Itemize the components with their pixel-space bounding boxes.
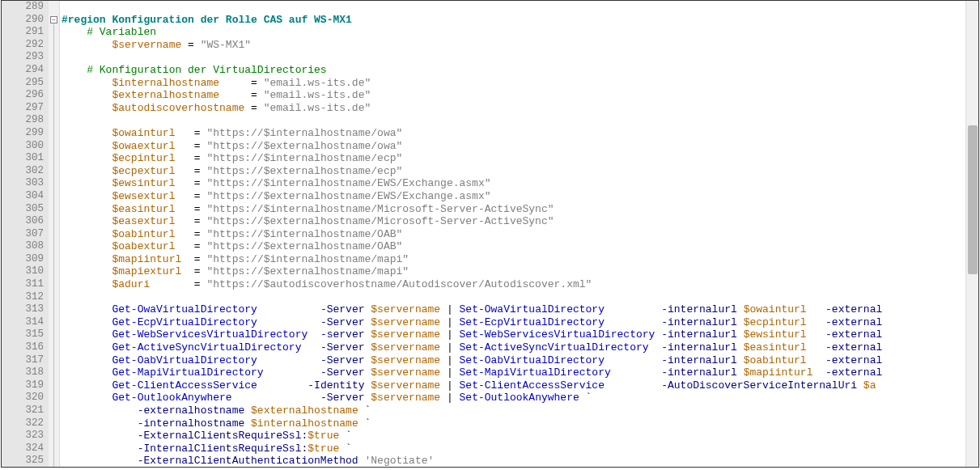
code-line[interactable]: Get-OabVirtualDirectory -Server $servern… <box>62 354 965 367</box>
code-line[interactable]: $externalhostname = "email.ws-its.de" <box>62 89 965 102</box>
line-number: 295 <box>2 77 44 90</box>
code-line[interactable]: $oabinturl = "https://$internalhostname/… <box>62 228 965 241</box>
code-line[interactable]: -ExternalClientsRequireSsl:$true ` <box>62 430 965 442</box>
line-number: 320 <box>2 392 44 404</box>
code-line[interactable]: -InternalClientsRequireSsl:$true ` <box>62 442 965 455</box>
line-number: 307 <box>2 228 44 241</box>
code-line[interactable]: # Konfiguration der VirtualDirectories <box>62 64 965 77</box>
line-number-gutter: 2892902912922932942952962972982993003013… <box>2 1 49 467</box>
line-number: 323 <box>2 430 44 442</box>
line-number: 318 <box>2 366 44 379</box>
line-number: 301 <box>2 152 44 165</box>
code-line[interactable]: Get-OwaVirtualDirectory -Server $servern… <box>62 303 965 316</box>
code-line[interactable]: $owainturl = "https://$internalhostname/… <box>62 127 965 140</box>
line-number: 289 <box>2 1 44 14</box>
line-number: 315 <box>2 328 44 341</box>
line-number: 290 <box>2 14 44 27</box>
fold-margin: − <box>49 1 60 467</box>
code-line[interactable]: $owaexturl = "https://$externalhostname/… <box>62 140 965 153</box>
code-line[interactable] <box>62 291 965 304</box>
scrollbar-thumb[interactable] <box>968 125 978 274</box>
line-number: 310 <box>2 265 44 278</box>
code-line[interactable]: # Variablen <box>62 26 965 39</box>
code-line[interactable]: #region Konfiguration der Rolle CAS auf … <box>62 14 965 27</box>
line-number: 313 <box>2 303 44 316</box>
line-number: 299 <box>2 127 44 140</box>
code-line[interactable]: $autodiscoverhostname = "email.ws-its.de… <box>62 102 965 115</box>
line-number: 324 <box>2 442 44 455</box>
code-editor[interactable]: 2892902912922932942952962972982993003013… <box>1 0 979 468</box>
code-line[interactable]: $ewsexturl = "https://$externalhostname/… <box>62 190 965 203</box>
line-number: 306 <box>2 215 44 228</box>
line-number: 293 <box>2 51 44 64</box>
line-number: 321 <box>2 404 44 417</box>
line-number: 291 <box>2 26 44 39</box>
code-line[interactable]: $easexturl = "https://$externalhostname/… <box>62 215 965 228</box>
code-line[interactable]: -internalhostname $internalhostname ` <box>62 417 965 430</box>
code-line[interactable] <box>62 51 965 64</box>
code-line[interactable]: $servername = "WS-MX1" <box>62 39 965 52</box>
line-number: 304 <box>2 190 44 203</box>
vertical-scrollbar[interactable] <box>965 1 978 467</box>
code-line[interactable]: Get-EcpVirtualDirectory -Server $servern… <box>62 316 965 329</box>
code-line[interactable] <box>62 1 965 14</box>
line-number: 294 <box>2 64 44 77</box>
line-number: 305 <box>2 203 44 216</box>
code-line[interactable]: Get-OutlookAnywhere -Server $servername … <box>62 392 965 404</box>
line-number: 309 <box>2 253 44 266</box>
code-line[interactable]: Get-ActiveSyncVirtualDirectory -Server $… <box>62 341 965 354</box>
line-number: 325 <box>2 455 44 468</box>
line-number: 314 <box>2 316 44 329</box>
line-number: 311 <box>2 278 44 291</box>
code-line[interactable]: Get-ClientAccessService -Identity $serve… <box>62 379 965 392</box>
line-number: 312 <box>2 291 44 304</box>
code-line[interactable]: -externalhostname $externalhostname ` <box>62 404 965 417</box>
code-line[interactable]: $aduri = "https://$autodiscoverhostname/… <box>62 278 965 291</box>
code-line[interactable]: $easinturl = "https://$internalhostname/… <box>62 203 965 216</box>
line-number: 316 <box>2 341 44 354</box>
code-line[interactable]: $internalhostname = "email.ws-its.de" <box>62 77 965 90</box>
line-number: 317 <box>2 354 44 367</box>
code-line[interactable]: Get-WebServicesVirtualDirectory -server … <box>62 328 965 341</box>
code-line[interactable]: $oabexturl = "https://$externalhostname/… <box>62 240 965 253</box>
code-line[interactable]: $ecpinturl = "https://$internalhostname/… <box>62 152 965 165</box>
code-line[interactable]: $ewsinturl = "https://$internalhostname/… <box>62 177 965 190</box>
line-number: 303 <box>2 177 44 190</box>
line-number: 322 <box>2 417 44 430</box>
line-number: 296 <box>2 89 44 102</box>
line-number: 308 <box>2 240 44 253</box>
line-number: 302 <box>2 165 44 178</box>
line-number: 292 <box>2 39 44 52</box>
code-line[interactable]: $ecpexturl = "https://$externalhostname/… <box>62 165 965 178</box>
code-line[interactable]: $mapiexturl = "https://$externalhostname… <box>62 265 965 278</box>
code-content[interactable]: #region Konfiguration der Rolle CAS auf … <box>62 1 965 467</box>
line-number: 319 <box>2 379 44 392</box>
code-line[interactable]: $mapiinturl = "https://$internalhostname… <box>62 253 965 266</box>
line-number: 298 <box>2 114 44 127</box>
code-line[interactable]: -ExternalClientAuthenticationMethod 'Neg… <box>62 455 965 467</box>
fold-guide-line <box>53 23 54 468</box>
line-number: 297 <box>2 102 44 115</box>
line-number: 300 <box>2 140 44 153</box>
code-line[interactable] <box>62 114 965 127</box>
code-line[interactable]: Get-MapiVirtualDirectory -Server $server… <box>62 366 965 379</box>
fold-toggle-icon[interactable]: − <box>50 16 57 23</box>
